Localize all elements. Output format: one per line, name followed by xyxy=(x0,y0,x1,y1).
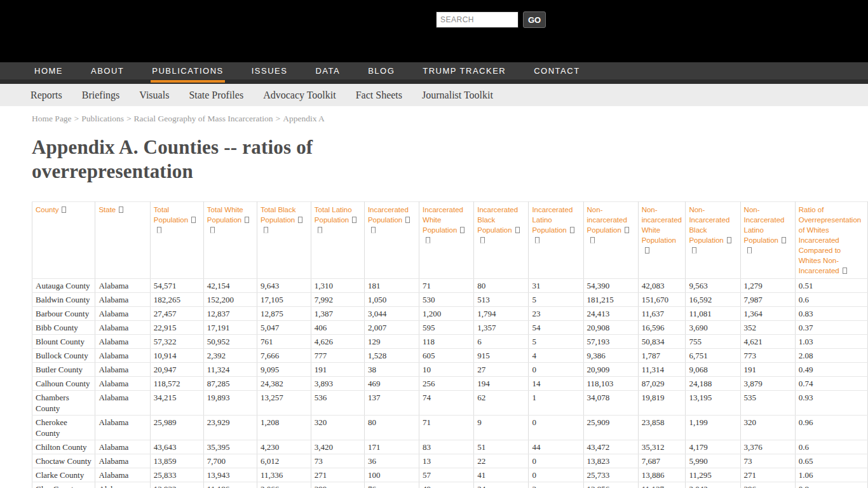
sort-icon[interactable] xyxy=(157,227,161,233)
column-header-state: State xyxy=(95,202,150,279)
sort-icon[interactable] xyxy=(62,207,66,213)
column-header-label: Incarcerated Black Population xyxy=(477,206,518,234)
nav-item-publications[interactable]: PUBLICATIONS xyxy=(151,61,224,81)
cell-county: Cherokee County xyxy=(32,416,95,440)
cell-value: 17,105 xyxy=(257,293,311,307)
cell-value: 396 xyxy=(740,482,795,488)
cell-value: 761 xyxy=(257,335,311,349)
breadcrumb-link-racial-geography-of-mass-incarceration[interactable]: Racial Geography of Mass Incarceration xyxy=(134,114,273,123)
column-header-label: Total White Population xyxy=(207,206,243,224)
table-row: Bibb CountyAlabama22,91517,1915,0474062,… xyxy=(32,321,868,335)
cell-value: 41 xyxy=(474,468,529,482)
nav-item-blog[interactable]: BLOG xyxy=(367,61,396,81)
subnav-item-state-profiles[interactable]: State Profiles xyxy=(189,90,243,101)
cell-value: 27 xyxy=(474,363,529,377)
column-header-incarcerated-black-population: Incarcerated Black Population xyxy=(474,202,529,279)
sort-icon[interactable] xyxy=(535,237,539,243)
cell-value: 62 xyxy=(474,391,529,416)
cell-value: 44 xyxy=(529,440,583,454)
search-input[interactable] xyxy=(436,11,519,28)
cell-value: Alabama xyxy=(95,391,150,416)
counties-table-wrap: CountyStateTotal PopulationTotal White P… xyxy=(32,201,868,488)
cell-value: 71 xyxy=(419,279,474,293)
sort-icon[interactable] xyxy=(245,217,249,223)
subnav-item-fact-sheets[interactable]: Fact Sheets xyxy=(356,90,402,101)
sort-icon[interactable] xyxy=(625,227,629,233)
sort-icon[interactable] xyxy=(298,217,302,223)
cell-value: 57,322 xyxy=(150,335,203,349)
cell-value: 9,386 xyxy=(583,349,638,363)
column-header-ratio-of-overrepresentation-of-whites-in: Ratio of Overrepresentation of Whites In… xyxy=(795,202,867,279)
cell-value: 13,859 xyxy=(150,454,203,468)
cell-value: 6 xyxy=(474,335,529,349)
sort-icon[interactable] xyxy=(460,227,465,233)
sort-icon[interactable] xyxy=(645,247,649,254)
cell-value: 12,837 xyxy=(203,307,257,321)
cell-value: 1,364 xyxy=(740,307,795,321)
cell-value: Alabama xyxy=(95,440,150,454)
subnav-item-journalist-toolkit[interactable]: Journalist Toolkit xyxy=(422,90,493,101)
nav-item-home[interactable]: HOME xyxy=(33,61,64,81)
nav-item-trump-tracker[interactable]: TRUMP TRACKER xyxy=(421,61,507,81)
cell-value: 5 xyxy=(529,293,583,307)
cell-value: 38 xyxy=(364,363,419,377)
cell-value: Alabama xyxy=(95,279,150,293)
cell-county: Autauga County xyxy=(32,279,95,293)
sort-icon[interactable] xyxy=(119,207,123,213)
nav-item-contact[interactable]: CONTACT xyxy=(532,61,581,81)
cell-value: 352 xyxy=(740,321,795,335)
breadcrumb-link-publications[interactable]: Publications xyxy=(81,114,124,123)
cell-value: 1,794 xyxy=(474,307,529,321)
sort-icon[interactable] xyxy=(426,237,430,243)
cell-value: 13,195 xyxy=(686,391,740,416)
column-header-label: Incarcerated Population xyxy=(368,206,409,224)
cell-value: 11,324 xyxy=(203,363,257,377)
sort-icon[interactable] xyxy=(371,227,376,233)
sort-icon[interactable] xyxy=(747,247,752,254)
counties-table: CountyStateTotal PopulationTotal White P… xyxy=(32,201,868,488)
cell-value: 20,947 xyxy=(150,363,203,377)
cell-value: 0.65 xyxy=(795,454,867,468)
cell-value: 31 xyxy=(529,279,583,293)
sort-icon[interactable] xyxy=(318,227,322,233)
cell-value: 13,886 xyxy=(638,468,686,482)
cell-value: 0.93 xyxy=(795,391,867,416)
cell-value: 12,875 xyxy=(257,307,311,321)
cell-value: 9,095 xyxy=(257,363,311,377)
sort-icon[interactable] xyxy=(843,268,847,274)
sort-icon[interactable] xyxy=(264,227,268,233)
sort-icon[interactable] xyxy=(782,237,786,243)
nav-item-about[interactable]: ABOUT xyxy=(90,61,125,81)
cell-value: 152,200 xyxy=(203,293,257,307)
subnav-item-briefings[interactable]: Briefings xyxy=(82,90,120,101)
breadcrumb-link-home-page[interactable]: Home Page xyxy=(32,114,72,123)
cell-value: 4,626 xyxy=(311,335,364,349)
subnav-item-visuals[interactable]: Visuals xyxy=(139,90,169,101)
cell-value: 0.96 xyxy=(795,416,867,440)
sort-icon[interactable] xyxy=(692,247,696,254)
subnav-item-advocacy-toolkit[interactable]: Advocacy Toolkit xyxy=(263,90,336,101)
cell-value: 83 xyxy=(419,440,474,454)
breadcrumb-link-appendix-a[interactable]: Appendix A xyxy=(283,114,325,123)
cell-value: 10 xyxy=(419,363,474,377)
sort-icon[interactable] xyxy=(191,217,196,223)
sort-icon[interactable] xyxy=(405,217,410,223)
sort-icon[interactable] xyxy=(590,237,595,243)
cell-value: 1,787 xyxy=(638,349,686,363)
table-row: Cherokee CountyAlabama25,98923,9291,2083… xyxy=(32,416,868,440)
sort-icon[interactable] xyxy=(480,237,485,243)
subnav-item-reports[interactable]: Reports xyxy=(31,90,62,101)
cell-value: 271 xyxy=(311,468,364,482)
nav-item-data[interactable]: DATA xyxy=(314,61,341,81)
sort-icon[interactable] xyxy=(727,237,731,243)
cell-value: 773 xyxy=(740,349,795,363)
sub-nav: ReportsBriefingsVisualsState ProfilesAdv… xyxy=(0,84,868,106)
sort-icon[interactable] xyxy=(515,227,520,233)
sort-icon[interactable] xyxy=(570,227,574,233)
sort-icon[interactable] xyxy=(210,227,215,233)
sort-icon[interactable] xyxy=(352,217,356,223)
cell-value: 22,915 xyxy=(150,321,203,335)
cell-value: 118 xyxy=(419,335,474,349)
search-go-button[interactable]: GO xyxy=(523,11,546,28)
nav-item-issues[interactable]: ISSUES xyxy=(250,61,289,81)
